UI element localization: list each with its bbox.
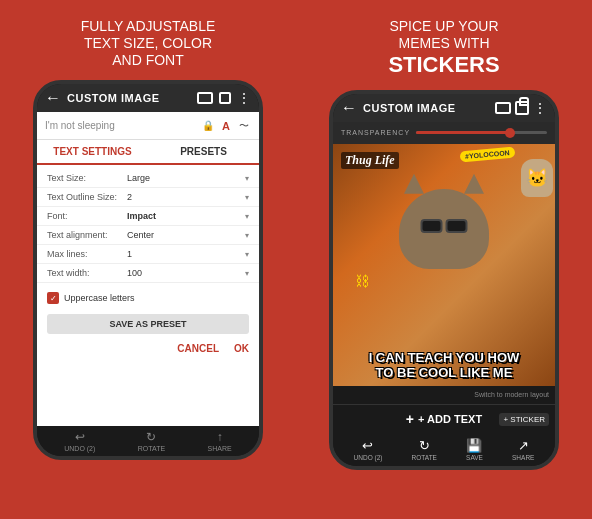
cancel-ok-row: CANCEL OK bbox=[37, 339, 259, 358]
right-phone-bottom: ↩ UNDO (2) ↻ ROTATE 💾 SAVE ↗ SHARE bbox=[333, 434, 555, 466]
lock-icon[interactable]: 🔒 bbox=[201, 119, 215, 133]
dropdown-arrow-textwidth[interactable]: ▾ bbox=[245, 269, 249, 278]
settings-tabs: TEXT SETTINGS PRESETS bbox=[37, 140, 259, 165]
rotate-label: ROTATE bbox=[138, 445, 165, 452]
more-options-icon[interactable]: ⋮ bbox=[237, 90, 251, 106]
image-icon[interactable] bbox=[219, 92, 231, 104]
right-back-arrow-icon[interactable]: ← bbox=[341, 99, 357, 117]
add-text-button[interactable]: + + ADD TEXT bbox=[406, 411, 482, 427]
right-undo-icon: ↩ bbox=[362, 438, 373, 453]
right-save-label: SAVE bbox=[466, 454, 483, 461]
top-icons-left: ⋮ bbox=[197, 90, 251, 106]
right-rotate-icon: ↻ bbox=[419, 438, 430, 453]
right-undo-label: UNDO (2) bbox=[354, 454, 383, 461]
undo-icon: ↩ bbox=[75, 430, 85, 444]
share-button[interactable]: ↑ SHARE bbox=[208, 430, 232, 452]
setting-alignment: Text alignment: Center ▾ bbox=[37, 226, 259, 245]
setting-label-align: Text alignment: bbox=[47, 230, 127, 240]
sticker-button[interactable]: + STICKER bbox=[499, 413, 549, 426]
setting-label-font: Font: bbox=[47, 211, 127, 221]
uppercase-checkbox[interactable] bbox=[47, 292, 59, 304]
wave-icon[interactable]: 〜 bbox=[237, 119, 251, 133]
setting-val-textsize: Large bbox=[127, 173, 245, 183]
right-save-icon: 💾 bbox=[466, 438, 482, 453]
tab-presets[interactable]: PRESETS bbox=[148, 140, 259, 163]
share-icon: ↑ bbox=[217, 430, 223, 444]
setting-maxlines: Max lines: 1 ▾ bbox=[37, 245, 259, 264]
meme-canvas[interactable]: Thug Life #YOLOCOON 🐱 ⛓ I CAN TEACH YOU … bbox=[333, 144, 555, 386]
thug-life-sticker[interactable]: Thug Life bbox=[341, 152, 399, 169]
rotate-icon: ↻ bbox=[146, 430, 156, 444]
cat-ear-left bbox=[404, 174, 424, 194]
meme-background: Thug Life #YOLOCOON 🐱 ⛓ I CAN TEACH YOU … bbox=[333, 144, 555, 386]
input-icons: 🔒 A 〜 bbox=[201, 119, 251, 133]
left-headline-line3: AND FONT bbox=[81, 52, 216, 69]
layout-icon[interactable] bbox=[197, 92, 213, 104]
transparency-bar: TRANSPARENCY bbox=[333, 122, 555, 144]
dropdown-arrow-maxlines[interactable]: ▾ bbox=[245, 250, 249, 259]
undo-label: UNDO (2) bbox=[64, 445, 95, 452]
right-headline-line2: MEMES WITH bbox=[388, 35, 499, 52]
right-save-button[interactable]: 💾 SAVE bbox=[466, 438, 483, 461]
yolo-sticker[interactable]: #YOLOCOON bbox=[460, 147, 515, 163]
glass-right bbox=[446, 219, 468, 233]
left-headline-line1: FULLY ADJUSTABLE bbox=[81, 18, 216, 35]
right-share-label: SHARE bbox=[512, 454, 534, 461]
screen-title-left: CUSTOM IMAGE bbox=[67, 92, 191, 104]
settings-panel: TEXT SETTINGS PRESETS Text Size: Large ▾… bbox=[37, 140, 259, 426]
left-headline: FULLY ADJUSTABLE TEXT SIZE, COLOR AND FO… bbox=[81, 18, 216, 68]
setting-font: Font: Impact ▾ bbox=[37, 207, 259, 226]
share-label: SHARE bbox=[208, 445, 232, 452]
text-style-icon[interactable]: A bbox=[219, 119, 233, 133]
add-text-bar: + + ADD TEXT + STICKER bbox=[333, 404, 555, 434]
settings-rows: Text Size: Large ▾ Text Outline Size: 2 … bbox=[37, 165, 259, 287]
right-share-button[interactable]: ↗ SHARE bbox=[512, 438, 534, 461]
setting-outline-size: Text Outline Size: 2 ▾ bbox=[37, 188, 259, 207]
save-preset-button[interactable]: SAVE AS PRESET bbox=[47, 314, 249, 334]
rotate-button[interactable]: ↻ ROTATE bbox=[138, 430, 165, 452]
setting-label-textsize: Text Size: bbox=[47, 173, 127, 183]
right-share-icon: ↗ bbox=[518, 438, 529, 453]
chain-decoration: ⛓ bbox=[355, 273, 369, 289]
cat-sticker-right: 🐱 bbox=[521, 159, 553, 197]
right-panel: SPICE UP YOUR MEMES WITH STICKERS ← CUST… bbox=[296, 0, 592, 519]
dropdown-arrow-align[interactable]: ▾ bbox=[245, 231, 249, 240]
dropdown-arrow-textsize[interactable]: ▾ bbox=[245, 174, 249, 183]
cancel-button[interactable]: CANCEL bbox=[177, 343, 219, 354]
slider-thumb bbox=[505, 128, 515, 138]
left-phone: ← CUSTOM IMAGE ⋮ I'm not sleeping 🔒 A 〜 … bbox=[33, 80, 263, 460]
left-phone-bottom: ↩ UNDO (2) ↻ ROTATE ↑ SHARE bbox=[37, 426, 259, 456]
right-undo-button[interactable]: ↩ UNDO (2) bbox=[354, 438, 383, 461]
right-headline-line3: STICKERS bbox=[388, 52, 499, 78]
right-rotate-label: ROTATE bbox=[412, 454, 437, 461]
glass-left bbox=[421, 219, 443, 233]
right-rotate-button[interactable]: ↻ ROTATE bbox=[412, 438, 437, 461]
meme-caption: I CAN TEACH YOU HOW TO BE COOL LIKE ME bbox=[333, 350, 555, 381]
left-headline-line2: TEXT SIZE, COLOR bbox=[81, 35, 216, 52]
right-top-icons: ⋮ bbox=[495, 100, 547, 116]
text-input-placeholder[interactable]: I'm not sleeping bbox=[45, 120, 195, 131]
sunglasses bbox=[421, 219, 468, 233]
right-layout-icon[interactable] bbox=[495, 102, 511, 114]
transparency-slider[interactable] bbox=[416, 131, 547, 134]
right-lock-icon[interactable] bbox=[515, 101, 529, 115]
setting-val-textwidth: 100 bbox=[127, 268, 245, 278]
cat-ear-right bbox=[464, 174, 484, 194]
setting-text-size: Text Size: Large ▾ bbox=[37, 169, 259, 188]
dropdown-arrow-font[interactable]: ▾ bbox=[245, 212, 249, 221]
undo-button[interactable]: ↩ UNDO (2) bbox=[64, 430, 95, 452]
switch-layout-label[interactable]: Switch to modern layout bbox=[474, 391, 549, 398]
ok-button[interactable]: OK bbox=[234, 343, 249, 354]
transparency-label: TRANSPARENCY bbox=[341, 129, 410, 136]
plus-icon: + bbox=[406, 411, 414, 427]
right-phone-topbar: ← CUSTOM IMAGE ⋮ bbox=[333, 94, 555, 122]
cat-body bbox=[399, 189, 489, 269]
setting-val-maxlines: 1 bbox=[127, 249, 245, 259]
back-arrow-icon[interactable]: ← bbox=[45, 89, 61, 107]
right-more-options-icon[interactable]: ⋮ bbox=[533, 100, 547, 116]
setting-val-align: Center bbox=[127, 230, 245, 240]
tab-text-settings[interactable]: TEXT SETTINGS bbox=[37, 140, 148, 165]
uppercase-label: Uppercase letters bbox=[64, 293, 135, 303]
dropdown-arrow-outline[interactable]: ▾ bbox=[245, 193, 249, 202]
switch-layout-bar: Switch to modern layout bbox=[333, 386, 555, 404]
